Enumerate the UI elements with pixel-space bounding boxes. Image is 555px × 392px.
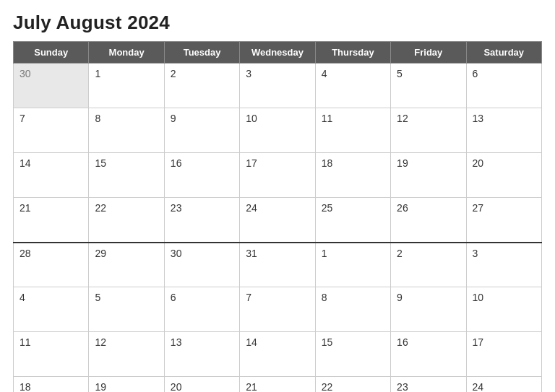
calendar-day-cell: 1 — [315, 243, 390, 287]
header-cell-thursday: Thursday — [315, 42, 390, 64]
calendar-day-cell: 31 — [240, 243, 315, 287]
calendar-week-row: 21222324252627 — [14, 198, 542, 243]
calendar-day-cell: 16 — [164, 153, 239, 198]
calendar-day-cell: 5 — [89, 287, 164, 332]
calendar-day-cell: 12 — [391, 108, 466, 153]
calendar-day-cell: 25 — [315, 198, 390, 243]
calendar-day-cell: 15 — [315, 332, 390, 377]
calendar-day-cell: 21 — [14, 198, 89, 243]
calendar-header: SundayMondayTuesdayWednesdayThursdayFrid… — [14, 42, 542, 64]
calendar-day-cell: 15 — [89, 153, 164, 198]
calendar-day-cell: 7 — [240, 287, 315, 332]
calendar-week-row: 18192021222324 — [14, 377, 542, 393]
calendar-day-cell: 11 — [315, 108, 390, 153]
calendar-day-cell: 30 — [164, 243, 239, 287]
header-cell-tuesday: Tuesday — [164, 42, 239, 64]
calendar-day-cell: 19 — [89, 377, 164, 393]
calendar-day-cell: 24 — [240, 198, 315, 243]
calendar-day-cell: 13 — [466, 108, 541, 153]
calendar-day-cell: 9 — [391, 287, 466, 332]
calendar-day-cell: 6 — [164, 287, 239, 332]
calendar-day-cell: 19 — [391, 153, 466, 198]
calendar-day-cell: 4 — [14, 287, 89, 332]
calendar-day-cell: 9 — [164, 108, 239, 153]
calendar-day-cell: 23 — [164, 198, 239, 243]
calendar-table: SundayMondayTuesdayWednesdayThursdayFrid… — [13, 41, 542, 392]
calendar-week-row: 14151617181920 — [14, 153, 542, 198]
calendar-day-cell: 7 — [14, 108, 89, 153]
calendar-day-cell: 23 — [391, 377, 466, 393]
calendar-day-cell: 2 — [391, 243, 466, 287]
calendar-day-cell: 27 — [466, 198, 541, 243]
calendar-day-cell: 18 — [14, 377, 89, 393]
calendar-day-cell: 1 — [89, 64, 164, 108]
calendar-day-cell: 22 — [315, 377, 390, 393]
header-row: SundayMondayTuesdayWednesdayThursdayFrid… — [14, 42, 542, 64]
calendar-day-cell: 8 — [315, 287, 390, 332]
calendar-week-row: 30123456 — [14, 64, 542, 108]
calendar-day-cell: 10 — [466, 287, 541, 332]
calendar-day-cell: 8 — [89, 108, 164, 153]
calendar-day-cell: 20 — [466, 153, 541, 198]
header-cell-wednesday: Wednesday — [240, 42, 315, 64]
header-cell-friday: Friday — [391, 42, 466, 64]
calendar-day-cell: 21 — [240, 377, 315, 393]
calendar-day-cell: 30 — [14, 64, 89, 108]
calendar-day-cell: 5 — [391, 64, 466, 108]
calendar-day-cell: 26 — [391, 198, 466, 243]
calendar-wrapper: July August 2024 SundayMondayTuesdayWedn… — [0, 0, 555, 392]
calendar-week-row: 45678910 — [14, 287, 542, 332]
calendar-day-cell: 18 — [315, 153, 390, 198]
calendar-day-cell: 29 — [89, 243, 164, 287]
calendar-body: 3012345678910111213141516171819202122232… — [14, 64, 542, 393]
calendar-day-cell: 17 — [466, 332, 541, 377]
calendar-day-cell: 11 — [14, 332, 89, 377]
calendar-day-cell: 4 — [315, 64, 390, 108]
calendar-day-cell: 2 — [164, 64, 239, 108]
calendar-day-cell: 13 — [164, 332, 239, 377]
calendar-day-cell: 3 — [240, 64, 315, 108]
calendar-day-cell: 12 — [89, 332, 164, 377]
calendar-day-cell: 17 — [240, 153, 315, 198]
calendar-day-cell: 22 — [89, 198, 164, 243]
calendar-day-cell: 24 — [466, 377, 541, 393]
header-cell-sunday: Sunday — [14, 42, 89, 64]
calendar-week-row: 28293031123 — [14, 243, 542, 287]
header-cell-saturday: Saturday — [466, 42, 541, 64]
calendar-day-cell: 14 — [14, 153, 89, 198]
calendar-day-cell: 20 — [164, 377, 239, 393]
calendar-day-cell: 3 — [466, 243, 541, 287]
calendar-day-cell: 14 — [240, 332, 315, 377]
header-cell-monday: Monday — [89, 42, 164, 64]
calendar-day-cell: 10 — [240, 108, 315, 153]
calendar-week-row: 78910111213 — [14, 108, 542, 153]
calendar-title: July August 2024 — [13, 12, 542, 34]
calendar-day-cell: 28 — [14, 243, 89, 287]
calendar-day-cell: 16 — [391, 332, 466, 377]
calendar-week-row: 11121314151617 — [14, 332, 542, 377]
calendar-day-cell: 6 — [466, 64, 541, 108]
